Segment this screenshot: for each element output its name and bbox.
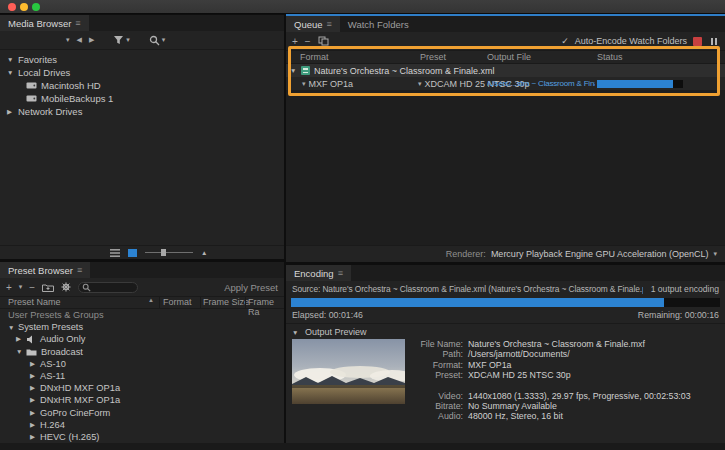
preset-row-label: Broadcast [41,347,83,357]
search-icon[interactable] [149,35,160,46]
chevron-right-icon[interactable]: ▶ [30,360,39,368]
search-caret-icon[interactable]: ▾ [162,36,166,44]
delete-preset-button[interactable]: − [29,282,35,293]
preset-row-broadcast[interactable]: ▼ Broadcast [0,346,284,358]
back-icon[interactable]: ◀ [77,36,82,44]
tree-item-macintosh-hd[interactable]: Macintosh HD [0,79,284,92]
preset-row-system-presets[interactable]: ▼ System Presets [0,321,284,333]
zoom-window-button[interactable] [32,3,40,11]
column-header-frame-size[interactable]: Frame Size [203,297,249,307]
chevron-right-icon[interactable]: ▶ [30,372,39,380]
chevron-down-icon[interactable]: ▼ [16,348,25,355]
preset-row-as-11[interactable]: ▶ AS-11 [0,370,284,382]
preset-row-label: User Presets & Groups [8,310,104,320]
tree-item-local-drives[interactable]: ▼ Local Drives [0,66,284,79]
queue-group-row[interactable]: ▼ Nature's Orchestra ~ Classroom & Final… [286,64,725,77]
column-header-preset-name[interactable]: Preset Name [8,297,61,307]
tree-item-mobilebackups[interactable]: MobileBackups 1 [0,92,284,105]
chevron-right-icon[interactable]: ▶ [30,409,39,417]
column-header-format[interactable]: Format [300,52,329,62]
chevron-down-icon[interactable]: ▼ [290,67,299,74]
duplicate-icon[interactable] [318,36,329,46]
panel-menu-icon[interactable]: ≡ [77,265,82,275]
apply-preset-button[interactable]: Apply Preset [224,282,278,293]
preset-browser-tab[interactable]: Preset Browser ≡ [0,262,90,278]
chevron-down-icon[interactable]: ▼ [7,69,16,76]
preset-row-dnxhd[interactable]: ▶ DNxHD MXF OP1a [0,382,284,394]
preset-column-headers: Preset Name ▲ Format Frame Size Frame Ra [0,297,284,309]
auto-encode-label[interactable]: Auto-Encode Watch Folders [575,36,687,46]
filter-icon[interactable] [113,35,124,45]
source-dropdown-icon[interactable]: ▾ [66,36,70,44]
titlebar[interactable] [0,0,725,14]
close-window-button[interactable] [8,3,16,11]
encoding-tab[interactable]: Encoding ≡ [286,265,351,281]
chevron-right-icon[interactable]: ▶ [30,433,39,441]
preset-row-audio-only[interactable]: ▶ Audio Only [0,333,284,345]
panel-menu-icon[interactable]: ≡ [327,19,332,29]
encoding-time-row: Elapsed: 00:01:46 Remaining: 00:00:16 [286,307,725,324]
thumbnail-view-icon[interactable] [128,249,137,257]
job-output-file-link[interactable]: /Users/...stra ~ Classroom & Finale.mxf [487,79,595,88]
panel-menu-icon[interactable]: ≡ [75,18,80,28]
preset-row-label: H.264 [40,420,65,430]
preset-settings-gear-icon[interactable] [61,282,71,292]
media-browser-tab[interactable]: Media Browser ≡ [0,15,89,31]
tab-watch-folders[interactable]: Watch Folders [340,16,417,32]
detail-label: File Name: [415,339,463,349]
detail-bitrate: Bitrate: No Summary Available [415,401,691,411]
panel-menu-icon[interactable]: ≡ [338,268,343,278]
chevron-down-icon[interactable]: ▼ [7,56,16,63]
chevron-right-icon[interactable]: ▶ [30,421,39,429]
list-view-icon[interactable] [110,249,120,257]
zoom-in-icon[interactable]: ▲ [201,249,210,256]
slider-thumb[interactable] [161,249,166,256]
column-header-output-file[interactable]: Output File [487,52,531,62]
chevron-right-icon[interactable]: ▶ [16,335,25,343]
new-group-folder-icon[interactable] [42,283,54,292]
chevron-right-icon[interactable]: ▶ [30,384,39,392]
preset-row-gopro-cineform[interactable]: ▶ GoPro CineForm [0,407,284,419]
remove-button[interactable]: − [305,36,311,47]
column-header-status[interactable]: Status [597,52,623,62]
forward-icon[interactable]: ▶ [89,36,94,44]
column-header-preset[interactable]: Preset [420,52,446,62]
tab-queue[interactable]: Queue ≡ [286,16,340,32]
column-divider [245,297,246,308]
preset-row-dnxhr[interactable]: ▶ DNxHR MXF OP1a [0,394,284,406]
caret-down-icon[interactable]: ▾ [713,250,717,258]
tree-item-favorites[interactable]: ▼ Favorites [0,53,284,66]
chevron-right-icon[interactable]: ▶ [30,396,39,404]
new-preset-button[interactable]: + [6,282,12,293]
preset-row-as-10[interactable]: ▶ AS-10 [0,358,284,370]
sort-ascending-icon[interactable]: ▲ [148,297,154,303]
renderer-select[interactable]: Mercury Playback Engine GPU Acceleration… [491,249,709,259]
preset-search-input[interactable] [78,282,138,293]
preset-row-user-presets[interactable]: User Presets & Groups [0,309,284,321]
preset-row-h264[interactable]: ▶ H.264 [0,419,284,431]
tree-item-network-drives[interactable]: ▶ Network Drives [0,105,284,118]
minimize-window-button[interactable] [20,3,28,11]
preset-row-hevc[interactable]: ▶ HEVC (H.265) [0,431,284,443]
speaker-icon [26,335,36,344]
chevron-down-icon[interactable]: ▼ [8,324,17,331]
tree-item-label: Local Drives [18,67,70,78]
queue-job-row[interactable]: ▾ MXF OP1a ▾ XDCAM HD 25 NTSC 30p /Users… [286,77,725,90]
pause-queue-button[interactable] [708,37,719,46]
stop-queue-button[interactable] [693,37,702,46]
output-preview-toggle[interactable]: ▼ Output Preview [286,324,725,339]
preset-row-label: System Presets [18,322,83,332]
new-preset-caret-icon[interactable]: ▾ [19,283,23,291]
filter-caret-icon[interactable]: ▾ [126,36,130,44]
caret-down-icon[interactable]: ▾ [302,80,306,88]
caret-down-icon[interactable]: ▾ [418,80,422,88]
column-header-frame-rate[interactable]: Frame Ra [248,297,284,317]
column-header-format[interactable]: Format [163,297,192,307]
chevron-right-icon[interactable]: ▶ [7,108,16,116]
add-source-button[interactable]: + [292,36,298,47]
job-format-dropdown[interactable]: ▾ MXF OP1a [302,77,353,90]
thumbnail-zoom-slider[interactable] [145,252,193,253]
chevron-down-icon[interactable]: ▼ [292,329,301,336]
detail-video: Video: 1440x1080 (1.3333), 29.97 fps, Pr… [415,391,691,401]
media-browser-toolbar: ▾ ◀ ▶ ▾ ▾ [0,31,284,50]
